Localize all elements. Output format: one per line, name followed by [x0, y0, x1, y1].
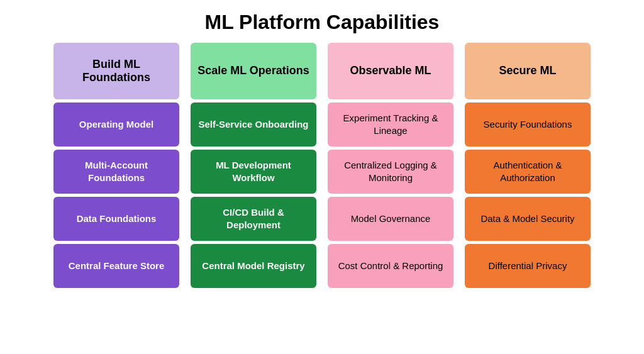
column-item-secure-1: Authentication & Authorization — [465, 150, 591, 194]
column-item-build-3: Central Feature Store — [53, 244, 179, 288]
column-item-build-0: Operating Model — [53, 102, 179, 147]
column-item-observable-0: Experiment Tracking & Lineage — [328, 102, 453, 147]
column-item-secure-2: Data & Model Security — [465, 197, 591, 241]
column-header-observable: Observable ML — [328, 43, 453, 99]
column-item-scale-2: CI/CD Build & Deployment — [191, 197, 316, 241]
column-item-scale-0: Self-Service Onboarding — [191, 102, 316, 147]
column-item-scale-3: Central Model Registry — [191, 244, 316, 288]
column-secure: Secure MLSecurity FoundationsAuthenticat… — [465, 43, 591, 288]
column-item-build-1: Multi-Account Foundations — [53, 150, 179, 194]
column-observable: Observable MLExperiment Tracking & Linea… — [328, 43, 453, 288]
column-header-secure: Secure ML — [465, 43, 591, 99]
column-item-observable-1: Centralized Logging & Monitoring — [328, 150, 453, 194]
column-item-observable-3: Cost Control & Reporting — [328, 244, 453, 288]
column-item-secure-0: Security Foundations — [465, 102, 591, 147]
page-wrapper: ML Platform Capabilities Build ML Founda… — [8, 4, 636, 350]
column-scale: Scale ML OperationsSelf-Service Onboardi… — [191, 43, 316, 288]
column-item-build-2: Data Foundations — [53, 197, 179, 241]
column-header-scale: Scale ML Operations — [191, 43, 316, 99]
page-title: ML Platform Capabilities — [205, 11, 440, 34]
column-header-build: Build ML Foundations — [53, 43, 179, 99]
column-item-scale-1: ML Development Workflow — [191, 150, 316, 194]
columns-container: Build ML FoundationsOperating ModelMulti… — [20, 43, 624, 288]
column-item-secure-3: Differential Privacy — [465, 244, 591, 288]
column-build: Build ML FoundationsOperating ModelMulti… — [53, 43, 179, 288]
column-item-observable-2: Model Governance — [328, 197, 453, 241]
